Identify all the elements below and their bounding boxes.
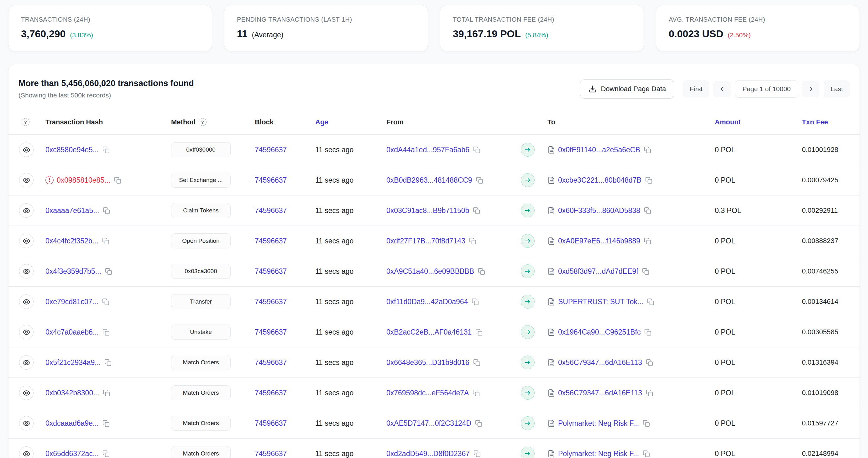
copy-hash-icon[interactable] <box>105 268 112 275</box>
block-link[interactable]: 74596637 <box>255 389 287 397</box>
copy-hash-icon[interactable] <box>102 237 110 245</box>
to-address-link[interactable]: 0xA0E97eE6...f146b9889 <box>558 237 640 245</box>
to-address-link[interactable]: Polymarket: Neg Risk F... <box>558 419 639 428</box>
copy-from-address-icon[interactable] <box>473 359 480 366</box>
preview-eye-button[interactable] <box>19 294 34 309</box>
column-header-age[interactable]: Age <box>315 118 329 126</box>
to-address-link[interactable]: Polymarket: Neg Risk F... <box>558 450 639 458</box>
tx-hash-link[interactable]: 0xaaaa7e61a5... <box>45 206 99 215</box>
block-link[interactable]: 74596637 <box>255 328 287 336</box>
from-address-link[interactable]: 0xd2adD549...D8f0D2367 <box>386 450 470 458</box>
copy-hash-icon[interactable] <box>103 207 110 214</box>
block-link[interactable]: 74596637 <box>255 206 287 215</box>
to-address-link[interactable]: 0x1964Ca90...C96251Bfc <box>558 328 641 336</box>
tx-hash-link[interactable]: 0x5f21c2934a9... <box>45 358 101 367</box>
to-address-link[interactable]: 0x56C79347...6dA16E113 <box>558 389 642 397</box>
block-link[interactable]: 74596637 <box>255 267 287 276</box>
first-page-button[interactable]: First <box>683 80 709 97</box>
to-address-link[interactable]: SUPERTRUST: SUT Tok... <box>558 298 643 306</box>
preview-eye-button[interactable] <box>19 355 34 370</box>
from-address-link[interactable]: 0xAE5D7147...0f2C3124D <box>386 419 471 428</box>
preview-eye-button[interactable] <box>19 173 34 187</box>
previous-page-button[interactable] <box>714 81 731 97</box>
copy-to-address-icon[interactable] <box>644 207 651 214</box>
preview-eye-button[interactable] <box>19 416 34 430</box>
copy-hash-icon[interactable] <box>102 146 110 154</box>
txn-fee-text: 0.01001928 <box>802 146 838 154</box>
tx-hash-link[interactable]: 0xc8580e94e5... <box>45 146 99 154</box>
download-page-data-button[interactable]: Download Page Data <box>580 79 674 99</box>
from-address-link[interactable]: 0x03C91ac8...B9b71150b <box>386 206 469 215</box>
from-address-link[interactable]: 0xB0dB2963...481488CC9 <box>386 176 472 185</box>
copy-from-address-icon[interactable] <box>473 450 481 457</box>
block-link[interactable]: 74596637 <box>255 237 287 245</box>
copy-from-address-icon[interactable] <box>472 389 480 397</box>
from-address-link[interactable]: 0xdf27F17B...70f8d7143 <box>386 237 465 245</box>
to-address-link[interactable]: 0x0fE91140...a2e5a6eCB <box>558 146 640 154</box>
preview-eye-button[interactable] <box>19 203 34 218</box>
copy-to-address-icon[interactable] <box>643 450 650 457</box>
column-header-txn-fee[interactable]: Txn Fee <box>802 118 828 126</box>
preview-eye-button[interactable] <box>19 234 34 248</box>
copy-hash-icon[interactable] <box>104 359 112 366</box>
copy-from-address-icon[interactable] <box>476 177 483 184</box>
copy-from-address-icon[interactable] <box>478 268 485 275</box>
tx-hash-link[interactable]: 0x4c4fc2f352b... <box>45 237 98 245</box>
copy-from-address-icon[interactable] <box>472 298 479 305</box>
tx-hash-link[interactable]: 0x4f3e359d7b5... <box>45 267 101 276</box>
from-address-link[interactable]: 0xA9C51a40...6e09BBBBB <box>386 267 474 276</box>
copy-to-address-icon[interactable] <box>645 177 652 184</box>
tx-hash-link[interactable]: 0xdcaaad6a9e... <box>45 419 99 428</box>
copy-to-address-icon[interactable] <box>644 146 651 154</box>
last-page-button[interactable]: Last <box>824 80 849 97</box>
copy-hash-icon[interactable] <box>102 420 110 427</box>
copy-from-address-icon[interactable] <box>469 237 476 245</box>
copy-hash-icon[interactable] <box>102 329 110 336</box>
copy-to-address-icon[interactable] <box>646 389 653 397</box>
preview-eye-button[interactable] <box>19 447 34 458</box>
from-address-link[interactable]: 0xf11d0Da9...42aD0a964 <box>386 298 468 306</box>
to-address-link[interactable]: 0xcbe3C221...80b048d7B <box>558 176 642 185</box>
copy-to-address-icon[interactable] <box>644 329 651 336</box>
to-address-link[interactable]: 0x56C79347...6dA16E113 <box>558 358 642 367</box>
copy-to-address-icon[interactable] <box>643 420 650 427</box>
copy-hash-icon[interactable] <box>102 298 110 305</box>
tx-hash-link[interactable]: 0x65dd6372ac... <box>45 450 99 458</box>
copy-hash-icon[interactable] <box>102 450 110 457</box>
copy-from-address-icon[interactable] <box>473 146 480 154</box>
copy-from-address-icon[interactable] <box>475 420 482 427</box>
from-address-link[interactable]: 0x769598dc...eF564de7A <box>386 389 469 397</box>
tx-hash-link[interactable]: 0x4c7a0aaeb6... <box>45 328 99 336</box>
preview-eye-button[interactable] <box>19 386 34 400</box>
preview-eye-button[interactable] <box>19 325 34 339</box>
tx-hash-link[interactable]: 0xe79cd81c07... <box>45 298 98 306</box>
block-link[interactable]: 74596637 <box>255 298 287 306</box>
copy-to-address-icon[interactable] <box>646 359 653 366</box>
block-link[interactable]: 74596637 <box>255 450 287 458</box>
next-page-button[interactable] <box>803 81 819 97</box>
copy-to-address-icon[interactable] <box>647 298 654 305</box>
copy-to-address-icon[interactable] <box>642 268 649 275</box>
copy-to-address-icon[interactable] <box>644 237 651 245</box>
tx-hash-link[interactable]: 0x0985810e85... <box>57 176 110 185</box>
copy-hash-icon[interactable] <box>103 389 110 397</box>
preview-eye-button[interactable] <box>19 142 34 157</box>
method-help-icon[interactable]: ? <box>199 118 207 126</box>
block-link[interactable]: 74596637 <box>255 419 287 428</box>
block-link[interactable]: 74596637 <box>255 146 287 154</box>
block-link[interactable]: 74596637 <box>255 358 287 367</box>
tx-hash-link[interactable]: 0xb0342b8300... <box>45 389 99 397</box>
copy-from-address-icon[interactable] <box>473 207 480 214</box>
copy-hash-icon[interactable] <box>114 177 121 184</box>
column-header-amount[interactable]: Amount <box>715 118 741 126</box>
help-icon[interactable]: ? <box>22 118 29 126</box>
to-address-link[interactable]: 0x60F333f5...860AD5838 <box>558 206 640 215</box>
from-address-link[interactable]: 0xdA44a1ed...957Fa6ab6 <box>386 146 469 154</box>
copy-from-address-icon[interactable] <box>475 329 483 336</box>
from-address-link[interactable]: 0x6648e365...D31b9d016 <box>386 358 469 367</box>
stat-label: TRANSACTIONS (24H) <box>21 16 199 23</box>
to-address-link[interactable]: 0xd58f3d97...dAd7dEE9f <box>558 267 638 276</box>
preview-eye-button[interactable] <box>19 264 34 279</box>
from-address-link[interactable]: 0xB2acC2eB...AF0a46131 <box>386 328 472 336</box>
block-link[interactable]: 74596637 <box>255 176 287 185</box>
